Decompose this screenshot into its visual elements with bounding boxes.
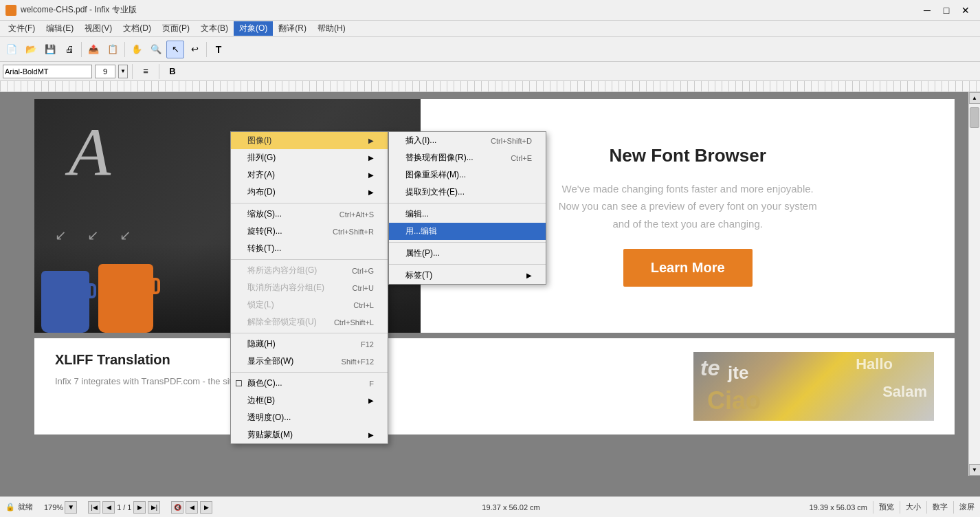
dimensions: 19.39 x 56.03 cm: [810, 503, 867, 512]
menu-document[interactable]: 文档(D): [118, 21, 157, 36]
export-button[interactable]: 📤: [85, 41, 102, 58]
font-select[interactable]: [3, 65, 92, 78]
menu-item-hide[interactable]: 隐藏(H) F12: [231, 336, 388, 353]
last-page-button[interactable]: ▶|: [148, 501, 160, 514]
submenu-item-insert[interactable]: 插入(I)... Ctrl+Shift+D: [389, 132, 546, 149]
font-size-input[interactable]: [95, 65, 115, 78]
security-icon: 🔒: [5, 503, 15, 512]
subtitle-line3: and of the text you are changing.: [612, 218, 763, 230]
close-button[interactable]: ✕: [957, 3, 975, 17]
menu-view[interactable]: 视图(V): [79, 21, 118, 36]
undo-button[interactable]: ↩: [186, 41, 203, 58]
zoom-tool[interactable]: 🔍: [147, 41, 165, 58]
export2-button[interactable]: 📋: [104, 41, 122, 58]
text-tool[interactable]: T: [210, 41, 227, 58]
submenu-item-resample[interactable]: 图像重采样(M)...: [389, 166, 546, 184]
menu-item-ungroup[interactable]: 取消所选内容分组(E) Ctrl+U: [231, 279, 388, 296]
menu-item-showall[interactable]: 显示全部(W) Shift+F12: [231, 353, 388, 370]
menu-item-image[interactable]: 图像(I) ▶: [231, 132, 388, 149]
menu-item-arrange[interactable]: 排列(G) ▶: [231, 149, 388, 166]
menu-item-color[interactable]: ☐ 颜色(C)... F: [231, 375, 388, 392]
new-button[interactable]: 📄: [3, 41, 21, 58]
minimize-button[interactable]: ─: [918, 3, 936, 17]
status-center: 19.37 x 56.02 cm: [218, 503, 803, 512]
menu-text[interactable]: 文本(B): [195, 21, 234, 36]
submenu-item-properties[interactable]: 属性(P)...: [389, 245, 546, 262]
menubar: 文件(F) 编辑(E) 视图(V) 文档(D) 页面(P) 文本(B) 对象(O…: [0, 21, 980, 37]
menu-item-scale[interactable]: 缩放(S)... Ctrl+Alt+S: [231, 206, 388, 223]
zoom-dropdown-button[interactable]: ▼: [65, 501, 77, 514]
menu-item-border[interactable]: 边框(B) ▶: [231, 392, 388, 409]
scroll-up-button[interactable]: ▲: [969, 92, 981, 104]
maximize-button[interactable]: □: [937, 3, 955, 17]
submenu-image: 插入(I)... Ctrl+Shift+D 替换现有图像(R)... Ctrl+…: [388, 131, 546, 285]
menu-file[interactable]: 文件(F): [3, 21, 41, 36]
status-text: 就绪: [18, 502, 33, 512]
print-button[interactable]: 🖨: [60, 41, 78, 58]
menu-item-align[interactable]: 对齐(A) ▶: [231, 166, 388, 184]
mug-blue-handle: [88, 283, 96, 298]
menu-translate[interactable]: 翻译(R): [273, 21, 312, 36]
align-left[interactable]: ≡: [137, 63, 155, 80]
world-text-5: Salam: [882, 383, 927, 401]
main-area: A ↙ ↙ ↙: [0, 92, 980, 496]
subtitle-line1: We've made changing fonts faster and mor…: [562, 183, 814, 195]
menu-item-lock[interactable]: 锁定(L) Ctrl+L: [231, 296, 388, 314]
menu-item-transform[interactable]: 转换(T)...: [231, 240, 388, 257]
audio-button[interactable]: 🔇: [171, 501, 183, 514]
scroll-thumb[interactable]: [970, 107, 979, 128]
shortcut-unlock: Ctrl+Shift+L: [334, 318, 374, 327]
sep2: [231, 259, 388, 260]
save-button[interactable]: 💾: [41, 41, 59, 58]
shortcut-insert: Ctrl+Shift+D: [491, 137, 532, 145]
menu-item-transparency[interactable]: 透明度(O)...: [231, 409, 388, 426]
menu-item-distribute[interactable]: 均布(D) ▶: [231, 184, 388, 201]
menu-page[interactable]: 页面(P): [157, 21, 195, 36]
open-button[interactable]: 📂: [22, 41, 40, 58]
chalk-arrows: ↙ ↙ ↙: [55, 227, 131, 243]
font-toolbar: ▼ ≡ B: [0, 62, 980, 81]
menu-label-align: 对齐(A): [247, 169, 275, 181]
submenu-label-edit2: 用...编辑: [405, 226, 437, 237]
menu-label-border: 边框(B): [247, 395, 275, 406]
submenu-item-edit2[interactable]: 用...编辑: [389, 223, 546, 240]
status-right: 19.39 x 56.03 cm 预览 大小 数字 滚屏: [810, 501, 975, 514]
menu-label-scale: 缩放(S)...: [247, 208, 282, 220]
select-tool[interactable]: ↖: [166, 41, 184, 58]
scroll-down-button[interactable]: ▼: [969, 464, 981, 476]
hand-tool[interactable]: ✋: [128, 41, 146, 58]
xliff-image: te jte Hallo Ciao Salam: [693, 352, 934, 421]
menu-help[interactable]: 帮助(H): [312, 21, 351, 36]
learn-more-button[interactable]: Learn More: [623, 249, 753, 287]
vertical-scrollbar[interactable]: ▲ ▼: [968, 92, 980, 476]
submenu-arrow-distribute: ▶: [368, 188, 374, 196]
page-section-2: XLIFF Translation Infix 7 integrates wit…: [34, 338, 955, 434]
next-page-button[interactable]: ▶: [133, 501, 146, 514]
menu-item-group[interactable]: 将所选内容分组(G) Ctrl+G: [231, 262, 388, 279]
submenu-item-edit[interactable]: 编辑...: [389, 206, 546, 223]
page-sep: /: [123, 503, 125, 512]
first-page-button[interactable]: |◀: [88, 501, 100, 514]
menu-object[interactable]: 对象(O): [234, 21, 273, 36]
font-size-dropdown[interactable]: ▼: [118, 65, 128, 78]
menu-label-unlock: 解除全部锁定项(U): [247, 316, 317, 328]
menu-item-rotate[interactable]: 旋转(R)... Ctrl+Shift+R: [231, 223, 388, 240]
mug-blue: [41, 271, 89, 333]
menu-item-unlock[interactable]: 解除全部锁定项(U) Ctrl+Shift+L: [231, 314, 388, 331]
separator4: [132, 64, 133, 79]
next-nav-button[interactable]: ▶: [200, 501, 212, 514]
menu-item-clipboard[interactable]: 剪贴蒙版(M) ▶: [231, 426, 388, 443]
color-checkbox: ☐: [235, 379, 245, 388]
submenu-label-edit: 编辑...: [405, 208, 429, 220]
prev-nav-button[interactable]: ◀: [186, 501, 198, 514]
menu-edit[interactable]: 编辑(E): [41, 21, 79, 36]
scroll-track[interactable]: [969, 104, 980, 464]
submenu-item-tag[interactable]: 标签(T) ▶: [389, 267, 546, 284]
page-total: 1: [127, 503, 131, 512]
submenu-item-extract[interactable]: 提取到文件(E)...: [389, 184, 546, 201]
arrow3: ↙: [120, 227, 131, 243]
coordinates: 19.37 x 56.02 cm: [482, 503, 539, 512]
prev-page-button[interactable]: ◀: [102, 501, 115, 514]
submenu-item-replace[interactable]: 替换现有图像(R)... Ctrl+E: [389, 149, 546, 166]
bold-button[interactable]: B: [164, 63, 181, 80]
